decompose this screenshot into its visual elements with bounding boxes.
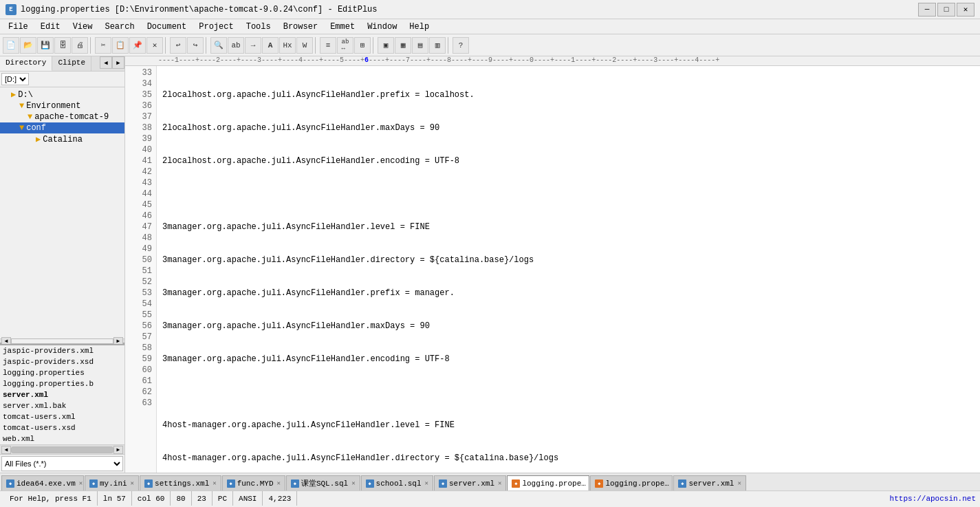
toolbar-btn-lines[interactable]: ≡: [320, 37, 336, 54]
btab-close-myini[interactable]: ✕: [131, 479, 134, 487]
btab-icon-logging2: ◆: [595, 479, 603, 488]
find-replace-button[interactable]: ab: [228, 37, 244, 54]
toolbar-btn-A[interactable]: A: [262, 37, 279, 54]
file-item-logging-b[interactable]: logging.properties.b: [0, 378, 124, 389]
tab-cliptext[interactable]: Clipte: [52, 56, 91, 71]
print-button[interactable]: 🖨: [72, 37, 88, 54]
sidebar-next-button[interactable]: ▶: [112, 56, 124, 69]
file-tree: ▶ D:\ ▼ Environment ▼ apache-tomcat-9 ▼ …: [0, 87, 124, 338]
sidebar-tabs: Directory Clipte ◀ ▶: [0, 56, 124, 72]
open-button[interactable]: 📂: [20, 37, 36, 54]
file-item-server-bak[interactable]: server.xml.bak: [0, 400, 124, 411]
btab-myini[interactable]: ◆ my.ini ✕: [85, 475, 139, 490]
file-item-web-xml[interactable]: web.xml: [0, 433, 124, 444]
btab-idea64[interactable]: ◆ idea64.exe.vm ✕: [1, 475, 84, 490]
btab-close-school[interactable]: ✕: [425, 479, 428, 487]
btab-logging-active[interactable]: ◆ logging.prope… ✕: [507, 475, 589, 490]
file-item-logging[interactable]: logging.properties: [0, 367, 124, 378]
status-ln: ln 57: [98, 491, 132, 506]
btab-close-settings[interactable]: ✕: [213, 479, 216, 487]
status-num2-val: 23: [197, 495, 206, 503]
cut-button[interactable]: ✂: [95, 37, 111, 54]
btab-close-class-sql[interactable]: ✕: [351, 479, 355, 487]
save-button[interactable]: 💾: [37, 37, 54, 54]
btab-server-xml2[interactable]: ◆ server.xml ✕: [673, 475, 745, 490]
file-item-server-xml[interactable]: server.xml: [0, 389, 124, 400]
btab-logging2[interactable]: ◆ logging.prope… ✕: [590, 475, 673, 490]
close-button[interactable]: ✕: [957, 3, 974, 17]
menu-item-help[interactable]: Help: [404, 21, 435, 33]
btab-class-sql[interactable]: ◆ 课堂SQL.sql ✕: [286, 475, 360, 490]
btab-close-logging-active[interactable]: ✕: [589, 479, 590, 487]
toolbar-btn-box1[interactable]: ▣: [378, 37, 394, 54]
toolbar-btn-box2[interactable]: ▦: [395, 37, 411, 54]
toolbar-btn-grid[interactable]: ⊞: [354, 37, 371, 54]
delete-button[interactable]: ✕: [146, 37, 163, 54]
sidebar-prev-button[interactable]: ◀: [100, 56, 112, 69]
file-item-jaspic-xsd[interactable]: jaspic-providers.xsd: [0, 356, 124, 367]
help-button[interactable]: ?: [453, 37, 469, 54]
menu-item-tools[interactable]: Tools: [241, 21, 276, 33]
toolbar-btn-Hx[interactable]: Hx: [279, 37, 296, 54]
btab-label-idea64: idea64.exe.vm: [17, 479, 76, 488]
btab-server-xml[interactable]: ◆ server.xml ✕: [434, 475, 506, 490]
btab-icon-class-sql: ◆: [291, 479, 299, 488]
minimize-button[interactable]: ─: [918, 3, 936, 17]
code-lines[interactable]: 2localhost.org.apache.juli.AsyncFileHand…: [157, 66, 980, 473]
goto-button[interactable]: →: [245, 37, 261, 54]
code-area[interactable]: 33 34 35 36 37 38 39 40 41 42 43 44 45 4…: [125, 66, 980, 473]
tree-item-d[interactable]: ▶ D:\: [0, 89, 124, 100]
new-button[interactable]: 📄: [3, 37, 19, 54]
menu-item-file[interactable]: File: [3, 21, 34, 33]
redo-button[interactable]: ↪: [187, 37, 204, 54]
undo-button[interactable]: ↩: [170, 37, 186, 54]
file-item-jaspic-xml[interactable]: jaspic-providers.xml: [0, 345, 124, 356]
btab-close-logging2[interactable]: ✕: [673, 479, 673, 487]
btab-close-idea64[interactable]: ✕: [79, 479, 83, 487]
tree-item-tomcat[interactable]: ▼ apache-tomcat-9: [0, 111, 124, 122]
code-line-38: 3manager.org.apache.juli.AsyncFileHandle…: [162, 255, 980, 266]
tree-item-environment[interactable]: ▼ Environment: [0, 100, 124, 111]
toolbar-btn-box3[interactable]: ▤: [412, 37, 428, 54]
tab-directory[interactable]: Directory: [0, 56, 52, 71]
menu-item-emmet[interactable]: Emmet: [325, 21, 360, 33]
menu-item-edit[interactable]: Edit: [35, 21, 66, 33]
btab-close-server-xml2[interactable]: ✕: [737, 479, 741, 487]
btab-close-server-xml[interactable]: ✕: [498, 479, 501, 487]
menu-item-view[interactable]: View: [67, 21, 98, 33]
btab-close-func[interactable]: ✕: [276, 479, 280, 487]
copy-button[interactable]: 📋: [112, 37, 129, 54]
file-scroll-left[interactable]: ◀: [1, 446, 11, 454]
tree-item-conf[interactable]: ▼ conf: [0, 122, 124, 133]
ansi-label: ANSI: [239, 495, 257, 503]
ruler: ----1----+----2----+----3----+----4----+…: [125, 56, 980, 66]
file-item-tomcat-users-xsd[interactable]: tomcat-users.xsd: [0, 422, 124, 433]
btab-icon-logging-active: ◆: [512, 479, 520, 488]
menu-item-window[interactable]: Window: [362, 21, 402, 33]
menu-item-search[interactable]: Search: [99, 21, 140, 33]
menu-item-document[interactable]: Document: [142, 21, 193, 33]
status-url: https://apocsin.net: [890, 495, 976, 503]
file-scroll-right[interactable]: ▶: [113, 446, 123, 454]
ln-label: ln 57: [103, 495, 126, 503]
toolbar-sep-4: [315, 37, 318, 54]
menu-item-project[interactable]: Project: [193, 21, 239, 33]
btab-settings[interactable]: ◆ settings.xml ✕: [140, 475, 221, 490]
toolbar-btn-ab2[interactable]: ab↔: [337, 37, 353, 54]
btab-label-server-xml2: server.xml: [688, 479, 734, 488]
toolbar-btn-box4[interactable]: ▥: [429, 37, 446, 54]
find-button[interactable]: 🔍: [210, 37, 227, 54]
file-item-tomcat-users[interactable]: tomcat-users.xml: [0, 411, 124, 422]
btab-icon-idea64: ◆: [6, 479, 14, 488]
btab-func[interactable]: ◆ func.MYD ✕: [222, 475, 285, 490]
btab-label-server-xml: server.xml: [449, 479, 494, 488]
tree-item-catalina[interactable]: ▶ Catalina: [0, 133, 124, 145]
menu-item-browser[interactable]: Browser: [278, 21, 323, 33]
save-all-button[interactable]: 🗄: [54, 37, 71, 54]
btab-school[interactable]: ◆ school.sql ✕: [361, 475, 433, 490]
paste-button[interactable]: 📌: [129, 37, 146, 54]
toolbar-btn-W[interactable]: W: [296, 37, 313, 54]
maximize-button[interactable]: □: [937, 3, 955, 17]
filetype-select[interactable]: All Files (*.*): [1, 456, 123, 471]
drive-select[interactable]: [D:]: [1, 73, 29, 85]
